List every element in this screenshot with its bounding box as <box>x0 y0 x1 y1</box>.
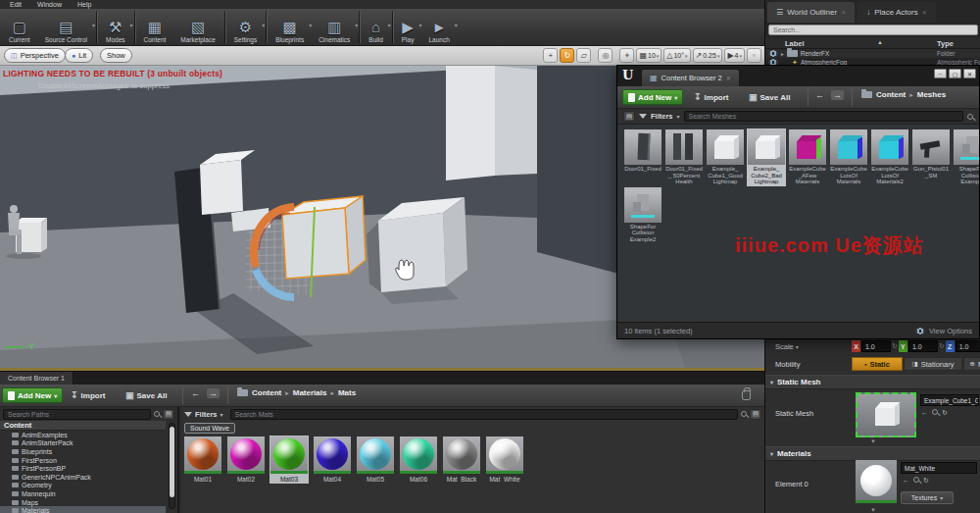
forward-button[interactable]: → <box>831 90 844 100</box>
save-all-button[interactable]: ▣Save All <box>125 387 167 403</box>
expand-section-arrow[interactable]: ▼ <box>765 507 980 513</box>
tab-content-browser-1[interactable]: Content Browser 1 <box>0 372 74 385</box>
material-tile-mat-black[interactable]: Mat_Black <box>442 436 481 484</box>
toolbar-button-source-control[interactable]: ▤Source Control▾ <box>38 9 95 45</box>
mobility-movable-button[interactable]: ⊕Movable <box>963 357 980 371</box>
asset-tile-door01-fixed[interactable]: Door01_Fixed <box>623 128 662 186</box>
sources-view-toggle-icon[interactable]: ▤ <box>163 409 174 420</box>
search-mats-input[interactable] <box>230 409 738 420</box>
scrollbar-thumb[interactable] <box>170 427 174 497</box>
move-tool-button[interactable]: + <box>543 48 558 63</box>
breadcrumb-content[interactable]: Content <box>876 90 906 99</box>
filter-chip-sound-wave[interactable]: Sound Wave <box>184 423 235 434</box>
mobility-static-button[interactable]: ▪Static <box>852 357 903 371</box>
folder-tree-item-mannequin[interactable]: Mannequin <box>0 489 166 498</box>
filters-label[interactable]: Filters <box>195 410 218 419</box>
angle-snap-button[interactable]: △10°▾ <box>663 48 690 63</box>
folder-tree-item-firstpersonbp[interactable]: FirstPersonBP <box>0 464 166 473</box>
tab-world-outliner[interactable]: ☰ World Outliner ✕ <box>767 2 855 23</box>
tab-place-actors[interactable]: ↓ Place Actors ✕ <box>858 2 936 23</box>
folder-tree-root[interactable]: Content <box>0 421 166 431</box>
maximize-viewport-button[interactable]: ◦ <box>747 48 761 63</box>
perspective-button[interactable]: ◫ Perspective <box>4 48 66 63</box>
search-paths-input[interactable] <box>3 409 151 420</box>
folder-tree-item-genericnpcanimpack[interactable]: GenericNPCAnimPack <box>0 473 166 482</box>
static-mesh-thumbnail[interactable] <box>856 392 916 437</box>
asset-tile-shapefor-collision-example[interactable]: ShapeFor Collision Example <box>953 128 979 186</box>
cb2-title-bar[interactable]: U ▦ Content Browser 2 ✕ – ▢ ✕ <box>617 66 979 86</box>
view-style-icon[interactable]: ▤ <box>623 111 635 122</box>
minimize-button[interactable]: – <box>934 69 947 78</box>
menu-item-edit[interactable]: Edit <box>10 1 22 8</box>
search-meshes-input[interactable] <box>684 111 963 122</box>
menu-item-window[interactable]: Window <box>37 1 62 8</box>
close-button[interactable]: ✕ <box>963 69 976 78</box>
show-button[interactable]: Show <box>100 48 132 63</box>
scale-y-field[interactable]: 1.0 <box>908 340 938 352</box>
world-local-toggle[interactable]: ◎ <box>598 48 612 63</box>
asset-tile-shapefor-collision-example2[interactable]: ShapeFor Collision Example2 <box>623 186 662 244</box>
save-all-button[interactable]: ▣Save All <box>749 89 790 105</box>
close-icon[interactable]: ✕ <box>841 9 846 16</box>
reset-icon[interactable]: ↻ <box>939 342 945 350</box>
back-button[interactable]: ← <box>815 90 824 100</box>
asset-tile-example-cube1-good-lightmap[interactable]: Example_ Cube1_Good Lightmap <box>706 128 745 186</box>
breadcrumb-meshes[interactable]: Meshes <box>917 90 946 99</box>
static-mesh-value-field[interactable]: Example_Cube1_GoodLightmap <box>920 394 979 406</box>
asset-tile-gun-pistol01-sm[interactable]: Gun_Pistol01 _SM <box>911 128 951 186</box>
reset-icon[interactable]: ↻ <box>892 342 898 350</box>
breadcrumb-content[interactable]: Content <box>252 388 281 397</box>
import-button[interactable]: ↧Import <box>694 89 728 105</box>
toolbar-button-current[interactable]: ▢Current <box>2 9 38 45</box>
material-tile-mat03[interactable]: Mat03 <box>270 436 309 484</box>
toolbar-button-marketplace[interactable]: ▧Marketplace <box>173 9 222 45</box>
asset-tile-door01-fixed-50percent-health[interactable]: Door01_Fixed_ 50Percent Health <box>664 128 704 186</box>
rotate-tool-button[interactable]: ↻ <box>560 48 574 63</box>
asset-tile-examplecube-lotsof-materials2[interactable]: ExampleCube LotsOf Materials2 <box>870 128 909 186</box>
use-selected-icon[interactable]: ← <box>903 477 909 485</box>
asset-tile-examplecube-lotsof-materials[interactable]: ExampleCube LotsOf Materials <box>829 128 868 186</box>
scale-snap-button[interactable]: ↗0.25▾ <box>693 48 723 63</box>
folder-tree-item-materials[interactable]: Materials <box>0 506 166 513</box>
filters-label[interactable]: Filters <box>651 112 673 121</box>
toolbar-button-play[interactable]: ▶Play▾ <box>395 9 422 45</box>
breadcrumb-mats[interactable]: Mats <box>338 388 356 397</box>
camera-speed-button[interactable]: ▶4▾ <box>724 48 745 63</box>
label-column-header[interactable]: Label <box>785 39 805 48</box>
mobility-stationary-button[interactable]: ◨Stationary <box>904 357 962 371</box>
selected-cube[interactable] <box>282 196 366 279</box>
breadcrumb-materials[interactable]: Materials <box>293 388 327 397</box>
view-options-button[interactable]: View Options <box>915 327 972 335</box>
section-materials[interactable]: ▾Materials <box>765 446 980 461</box>
back-button[interactable]: ← <box>191 388 200 398</box>
material-tile-mat05[interactable]: Mat05 <box>356 436 395 484</box>
toolbar-button-settings[interactable]: ⚙Settings▾ <box>227 9 266 45</box>
folder-tree-item-animstarterpack[interactable]: AnimStarterPack <box>0 439 166 448</box>
toolbar-button-launch[interactable]: ►Launch▾ <box>421 9 457 45</box>
expand-arrow-icon[interactable]: ▸ <box>781 51 784 57</box>
type-column-header[interactable]: Type <box>937 39 954 48</box>
section-static-mesh[interactable]: ▾Static Mesh <box>765 375 980 389</box>
scale-tool-button[interactable]: ▱ <box>576 48 591 63</box>
material-element-thumbnail[interactable] <box>856 460 897 503</box>
add-new-button[interactable]: Add New▾ <box>2 387 63 403</box>
asset-tile-example-cube2-bad-lightmap[interactable]: Example_ Cube2_Bad Lightmap <box>747 128 786 186</box>
folder-tree-item-animexamples[interactable]: AnimExamples <box>0 431 166 439</box>
tab-content-browser-2[interactable]: ▦ Content Browser 2 ✕ <box>641 69 740 86</box>
forward-button[interactable]: → <box>207 388 220 398</box>
material-tile-mat-white[interactable]: Mat_White <box>485 436 524 484</box>
material-tile-mat01[interactable]: Mat01 <box>183 436 222 484</box>
toolbar-button-content[interactable]: ▦Content <box>137 9 174 45</box>
folder-tree-item-maps[interactable]: Maps <box>0 498 166 507</box>
material-tile-mat04[interactable]: Mat04 <box>313 436 352 484</box>
outliner-search-input[interactable] <box>768 25 978 35</box>
scale-x-field[interactable]: 1.0 <box>861 340 891 352</box>
close-icon[interactable]: ✕ <box>726 75 731 81</box>
reset-icon[interactable]: ↻ <box>942 409 948 417</box>
asset-tile-examplecube-afew-materials[interactable]: ExampleCube _AFew Materials <box>788 128 827 186</box>
folder-tree-item-geometry[interactable]: Geometry <box>0 482 166 490</box>
lit-button[interactable]: ● Lit <box>65 48 93 63</box>
reset-icon[interactable]: ↻ <box>923 477 929 485</box>
outliner-row-renderfx[interactable]: ▸RenderFXFolder <box>765 49 980 58</box>
close-icon[interactable]: ✕ <box>922 9 927 16</box>
